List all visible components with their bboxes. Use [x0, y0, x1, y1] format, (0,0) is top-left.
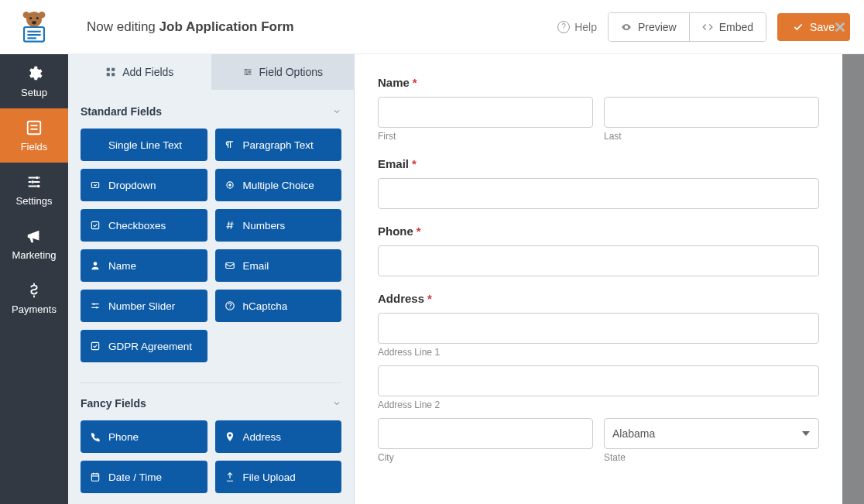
field-hcaptcha[interactable]: hCaptcha	[215, 290, 342, 322]
field-phone[interactable]: Phone	[81, 420, 207, 453]
help-icon: ?	[557, 21, 570, 33]
svg-rect-26	[91, 221, 98, 228]
field-number-slider[interactable]: Number Slider	[81, 290, 207, 322]
group-fancy[interactable]: Fancy Fields	[81, 382, 341, 420]
email-label: Email*	[378, 157, 819, 170]
svg-point-4	[23, 12, 30, 19]
rail-payments[interactable]: Payments	[0, 271, 68, 325]
preview-area: Name* First Last	[355, 54, 864, 504]
check-icon	[793, 22, 804, 33]
grid-icon	[105, 67, 116, 77]
dollar-icon	[26, 282, 43, 299]
rail-settings[interactable]: Settings	[0, 163, 68, 217]
logo	[0, 0, 68, 54]
main: Add Fields Field Options Standard Fields…	[68, 54, 864, 504]
upload-icon	[225, 471, 235, 482]
field-dropdown[interactable]: Dropdown	[81, 169, 207, 201]
rail-setup[interactable]: Setup	[0, 54, 68, 108]
address-line1-input[interactable]	[378, 313, 819, 344]
rail-label: Marketing	[12, 249, 56, 261]
right-area: Now editing Job Application Form ? Help …	[68, 0, 864, 504]
preview-name-field[interactable]: Name* First Last	[378, 76, 819, 142]
field-email[interactable]: Email	[215, 249, 342, 282]
field-checkboxes[interactable]: Checkboxes	[81, 209, 207, 242]
preview-email-field[interactable]: Email*	[378, 157, 819, 209]
chevron-down-icon	[332, 107, 341, 116]
fancy-field-grid: Phone Address Date / Time File Upload	[81, 420, 341, 504]
wpforms-logo-icon	[16, 9, 52, 45]
svg-point-3	[32, 21, 36, 24]
svg-rect-16	[107, 68, 110, 71]
state-select[interactable]: Alabama	[604, 418, 819, 449]
fields-panel: Add Fields Field Options Standard Fields…	[68, 54, 355, 504]
svg-point-25	[228, 183, 231, 187]
mail-icon	[225, 260, 235, 271]
topbar: Now editing Job Application Form ? Help …	[68, 0, 864, 54]
preview-phone-field[interactable]: Phone*	[378, 225, 819, 276]
svg-point-21	[249, 71, 250, 73]
field-single-line-text[interactable]: Single Line Text	[81, 129, 207, 161]
svg-rect-19	[111, 73, 115, 76]
field-address[interactable]: Address	[215, 420, 342, 453]
help-circle-icon	[225, 300, 235, 311]
svg-rect-17	[111, 68, 115, 71]
field-paragraph-text[interactable]: Paragraph Text	[215, 129, 342, 161]
svg-point-2	[36, 17, 39, 19]
svg-point-30	[96, 307, 98, 308]
state-sublabel: State	[604, 452, 819, 463]
sliders-icon	[26, 173, 43, 190]
chevron-down-icon	[332, 399, 341, 408]
tab-field-options[interactable]: Field Options	[211, 54, 355, 90]
group-label: Fancy Fields	[81, 397, 146, 410]
code-icon	[702, 22, 713, 33]
tab-add-fields[interactable]: Add Fields	[68, 54, 211, 90]
field-multiple-choice[interactable]: Multiple Choice	[215, 169, 342, 201]
first-name-input[interactable]	[378, 97, 593, 128]
field-name[interactable]: Name	[81, 249, 207, 282]
phone-label: Phone*	[378, 225, 819, 238]
user-icon	[90, 260, 101, 271]
tab-label: Add Fields	[122, 66, 173, 78]
name-label: Name*	[378, 76, 819, 89]
svg-point-27	[94, 262, 98, 266]
field-file-upload[interactable]: File Upload	[215, 461, 342, 493]
rail-fields[interactable]: Fields	[0, 108, 68, 163]
embed-button[interactable]: Embed	[689, 13, 766, 41]
rail-label: Fields	[21, 141, 48, 153]
form-icon	[26, 119, 43, 136]
preview-label: Preview	[638, 21, 677, 33]
help-link[interactable]: ? Help	[557, 21, 597, 33]
group-standard[interactable]: Standard Fields	[81, 102, 341, 129]
phone-input[interactable]	[378, 245, 819, 276]
svg-rect-10	[28, 121, 41, 134]
svg-rect-23	[91, 183, 98, 188]
addr1-sublabel: Address Line 1	[378, 347, 819, 358]
address-line2-input[interactable]	[378, 365, 819, 396]
rail-label: Setup	[21, 87, 47, 98]
radio-icon	[225, 180, 235, 190]
field-numbers[interactable]: Numbers	[215, 209, 342, 242]
rail-marketing[interactable]: Marketing	[0, 217, 68, 271]
close-button[interactable]	[833, 20, 847, 36]
form-preview[interactable]: Name* First Last	[355, 54, 842, 504]
city-input[interactable]	[378, 418, 593, 449]
required-mark: *	[427, 292, 432, 305]
title-prefix: Now editing	[87, 19, 159, 34]
field-date-time[interactable]: Date / Time	[81, 461, 207, 493]
svg-point-13	[36, 176, 39, 179]
required-mark: *	[413, 76, 417, 89]
field-gdpr[interactable]: GDPR Agreement	[81, 330, 207, 362]
email-input[interactable]	[378, 178, 819, 209]
text-icon	[90, 139, 101, 150]
city-sublabel: City	[378, 452, 593, 463]
help-label: Help	[574, 21, 597, 33]
last-sublabel: Last	[604, 131, 819, 142]
svg-point-29	[93, 303, 94, 305]
last-name-input[interactable]	[604, 97, 819, 128]
phone-icon	[90, 431, 101, 442]
address-label: Address*	[378, 292, 819, 305]
bullhorn-icon	[26, 228, 43, 245]
preview-button[interactable]: Preview	[609, 13, 689, 41]
preview-address-field[interactable]: Address* Address Line 1 Address Line 2 C…	[378, 292, 819, 463]
svg-rect-28	[225, 263, 234, 269]
